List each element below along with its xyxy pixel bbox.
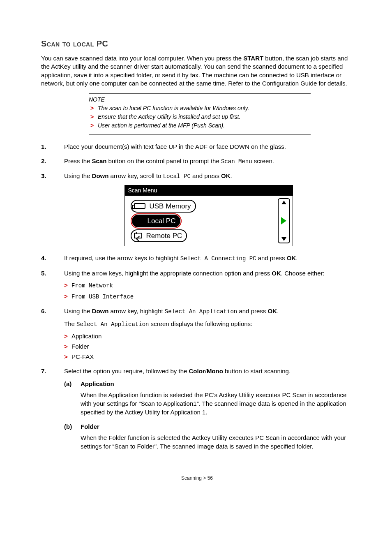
usb-icon xyxy=(134,203,145,209)
text: Using the xyxy=(64,172,92,179)
text: Using the arrow keys, highlight the appr… xyxy=(64,270,272,277)
step-6: Using the Down arrow key, highlight Sele… xyxy=(41,307,353,361)
scan-menu-item-label: Remote PC xyxy=(146,231,182,241)
sub-option-application: (a) Application xyxy=(64,379,353,388)
from-usb-code: From USB Interface xyxy=(71,294,134,300)
section-heading: Scan to local PC xyxy=(41,39,353,49)
step-3: Using the Down arrow key, scroll to Loca… xyxy=(41,171,353,246)
step-5: Using the arrow keys, highlight the appr… xyxy=(41,269,353,301)
scan-menu-figure: Scan Menu USB Memory Local PC Remote PC xyxy=(125,185,293,247)
from-network-code: From Network xyxy=(71,282,113,289)
pc-icon xyxy=(135,218,143,224)
step-1: Place your document(s) with text face UP… xyxy=(41,142,353,151)
text: . xyxy=(296,254,297,261)
connection-option: From Network xyxy=(64,281,353,290)
text: . xyxy=(231,172,232,179)
connection-option: From USB Interface xyxy=(64,292,353,301)
scan-menu-code: Scan Menu xyxy=(221,158,252,165)
text: If required, use the arrow keys to highl… xyxy=(64,254,180,261)
down-label: Down xyxy=(92,308,109,314)
text: screen. xyxy=(252,157,274,164)
scan-menu-item-label: USB Memory xyxy=(150,201,191,211)
app-option: PC-FAX xyxy=(64,352,353,361)
intro-paragraph: You can save scanned data into your loca… xyxy=(41,54,353,88)
step-4: If required, use the arrow keys to highl… xyxy=(41,254,353,263)
note-title: NOTE xyxy=(89,96,311,103)
note-item: Ensure that the Actkey Utility is instal… xyxy=(90,113,311,121)
text: arrow key, scroll to xyxy=(108,172,163,179)
scroll-up-icon[interactable] xyxy=(281,201,286,204)
scan-menu-title: Scan Menu xyxy=(125,185,293,196)
step-2: Press the Scan button on the control pan… xyxy=(41,157,353,166)
sub-heading: Folder xyxy=(81,422,99,431)
ok-label: OK xyxy=(287,254,296,261)
play-icon[interactable] xyxy=(281,217,286,224)
scan-menu-item-local-pc[interactable]: Local PC xyxy=(128,214,276,228)
scan-label: Scan xyxy=(92,157,107,164)
sub-option-folder: (b) Folder xyxy=(64,422,353,431)
local-pc-code: Local PC xyxy=(163,173,191,180)
sub-label: (a) xyxy=(64,379,81,388)
note-item: The scan to local PC function is availab… xyxy=(90,104,311,112)
text: button on the control panel to prompt th… xyxy=(106,157,221,164)
color-label: Color xyxy=(189,368,205,375)
app-option: Folder xyxy=(64,342,353,351)
text: arrow key, highlight xyxy=(108,308,164,314)
text: . xyxy=(277,308,279,314)
remote-icon xyxy=(134,233,142,238)
scroll-down-icon[interactable] xyxy=(281,237,286,241)
text: and press xyxy=(191,172,221,179)
start-label: START xyxy=(243,55,263,62)
select-application-code: Select An Application xyxy=(165,308,237,315)
scan-menu-item-remote-pc[interactable]: Remote PC xyxy=(128,229,276,243)
select-connecting-pc-code: Select A Connecting PC xyxy=(180,255,256,262)
app-option: Application xyxy=(64,332,353,340)
text: and press xyxy=(256,254,287,261)
text: Press the xyxy=(64,157,92,164)
sub-description: When the Folder function is selected the… xyxy=(81,433,353,451)
select-application-code: Select An Application xyxy=(76,321,149,328)
ok-label: OK xyxy=(221,172,231,179)
page-footer: Scanning > 56 xyxy=(41,475,353,481)
text: button to start scanning. xyxy=(223,368,291,375)
text: The xyxy=(64,320,76,327)
text: Using the xyxy=(64,308,92,314)
ok-label: OK xyxy=(272,270,281,277)
text: . Choose either: xyxy=(281,270,325,277)
sub-description: When the Application function is selecte… xyxy=(81,391,353,416)
step-7: Select the option you require, followed … xyxy=(41,367,353,451)
scan-menu-item-label: Local PC xyxy=(148,216,176,226)
note-item: User action is performed at the MFP (Pus… xyxy=(90,122,311,130)
down-label: Down xyxy=(92,172,109,179)
sub-label: (b) xyxy=(64,422,81,431)
text: Select the option you require, followed … xyxy=(64,368,189,375)
text: and press xyxy=(237,308,267,314)
mono-label: Mono xyxy=(207,368,223,375)
note-block: NOTE The scan to local PC function is av… xyxy=(89,93,311,135)
text: screen displays the following options: xyxy=(149,320,252,327)
scan-menu-item-usb[interactable]: USB Memory xyxy=(128,199,276,213)
ok-label: OK xyxy=(267,308,277,314)
sub-heading: Application xyxy=(81,379,114,388)
scrollbar[interactable] xyxy=(278,198,290,243)
